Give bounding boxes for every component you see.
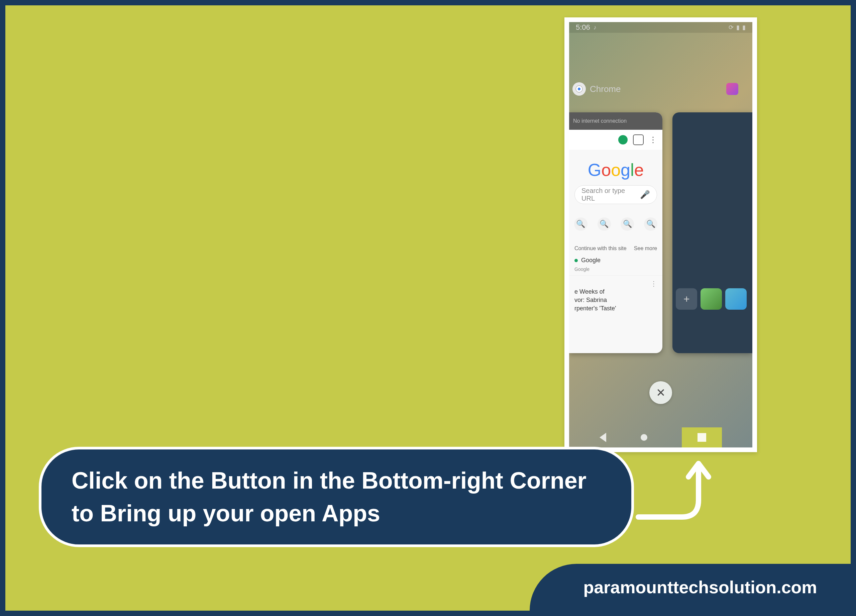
chrome-label-text: Chrome	[590, 84, 620, 94]
article-line-2: vor: Sabrina	[574, 296, 657, 304]
google-logo: Google	[569, 150, 662, 185]
article-menu-icon[interactable]: ⋮	[574, 280, 657, 288]
nav-back-button[interactable]	[599, 433, 606, 442]
shortcut-4[interactable]: 🔍	[644, 217, 657, 231]
status-right: ⟳ ▮ ▮	[728, 24, 746, 31]
callout-arrow	[635, 457, 715, 524]
feed-sub: Google	[574, 266, 657, 273]
chrome-search-box[interactable]: Search or type URL 🎤	[574, 185, 657, 204]
thumb-2[interactable]	[725, 288, 747, 310]
chrome-logo-icon	[575, 85, 583, 93]
recent-app-labels: Chrome	[569, 82, 752, 95]
feed-item[interactable]: Google	[574, 255, 657, 266]
instruction-text: Click on the Button in the Bottom-right …	[72, 464, 601, 530]
second-app-label[interactable]	[726, 82, 742, 95]
sync-icon: ⟳	[728, 24, 734, 31]
recent-apps-area[interactable]: No internet connection ⋮ Google Search o…	[569, 112, 752, 367]
chrome-toolbar: ⋮	[569, 130, 662, 150]
footer-url: paramounttechsolution.com	[583, 577, 817, 597]
feed-article[interactable]: ⋮ e Weeks of vor: Sabrina rpenter's 'Tas…	[569, 275, 662, 317]
feed-dot-icon	[574, 259, 578, 262]
shortcut-row: 🔍 🔍 🔍 🔍	[569, 212, 662, 236]
mic-icon[interactable]: 🎤	[640, 190, 650, 199]
status-bar: 5:06 ♪ ⟳ ▮ ▮	[569, 22, 752, 33]
chrome-menu-icon[interactable]: ⋮	[649, 135, 657, 145]
footer-wave: paramounttechsolution.com	[530, 564, 851, 611]
feed-header: Continue with this site See more	[574, 245, 657, 251]
shortcut-1[interactable]: 🔍	[574, 217, 588, 231]
signal-icon: ▮	[736, 24, 740, 31]
battery-icon: ▮	[742, 24, 746, 31]
chrome-app-label[interactable]: Chrome	[573, 82, 620, 95]
chrome-icon	[573, 82, 586, 95]
chrome-account-dot[interactable]	[618, 135, 628, 145]
shortcut-labels-row	[569, 236, 662, 243]
feed-section: Continue with this site See more Google …	[569, 243, 662, 275]
nav-recent-button[interactable]	[697, 433, 706, 442]
chrome-tab-count[interactable]	[633, 134, 644, 145]
feed-header-text: Continue with this site	[574, 245, 627, 251]
chrome-recent-card[interactable]: No internet connection ⋮ Google Search o…	[569, 112, 662, 353]
status-left: 5:06 ♪	[576, 23, 597, 32]
close-icon: ✕	[656, 386, 665, 399]
feed-item-text: Google	[581, 257, 600, 264]
search-placeholder: Search or type URL	[582, 187, 640, 202]
thumb-add[interactable]: +	[676, 288, 697, 310]
nav-home-button[interactable]	[640, 434, 647, 441]
article-line-1: e Weeks of	[574, 288, 657, 296]
thumb-1[interactable]	[701, 288, 722, 310]
second-recent-card[interactable]: +	[673, 112, 752, 353]
status-time: 5:06	[576, 23, 590, 32]
feed-see-more[interactable]: See more	[634, 245, 657, 251]
shortcut-2[interactable]: 🔍	[597, 217, 611, 231]
article-line-3: rpenter's 'Taste'	[574, 304, 657, 313]
music-icon: ♪	[594, 24, 597, 31]
shortcut-3[interactable]: 🔍	[620, 217, 634, 231]
url-text: No internet connection	[573, 118, 627, 124]
second-app-icon	[726, 83, 738, 95]
outer-border: 5:06 ♪ ⟳ ▮ ▮	[0, 0, 856, 616]
gallery-thumbs: +	[673, 288, 752, 310]
chrome-url-bar: No internet connection	[569, 112, 662, 130]
instruction-callout: Click on the Button in the Bottom-right …	[39, 447, 634, 547]
navigation-bar	[569, 427, 752, 447]
phone-frame: 5:06 ♪ ⟳ ▮ ▮	[564, 17, 757, 452]
canvas: 5:06 ♪ ⟳ ▮ ▮	[5, 5, 851, 611]
svg-point-1	[578, 88, 580, 90]
phone-screen: 5:06 ♪ ⟳ ▮ ▮	[569, 22, 752, 447]
close-all-button[interactable]: ✕	[649, 381, 672, 404]
nav-recent-highlight	[682, 427, 722, 447]
